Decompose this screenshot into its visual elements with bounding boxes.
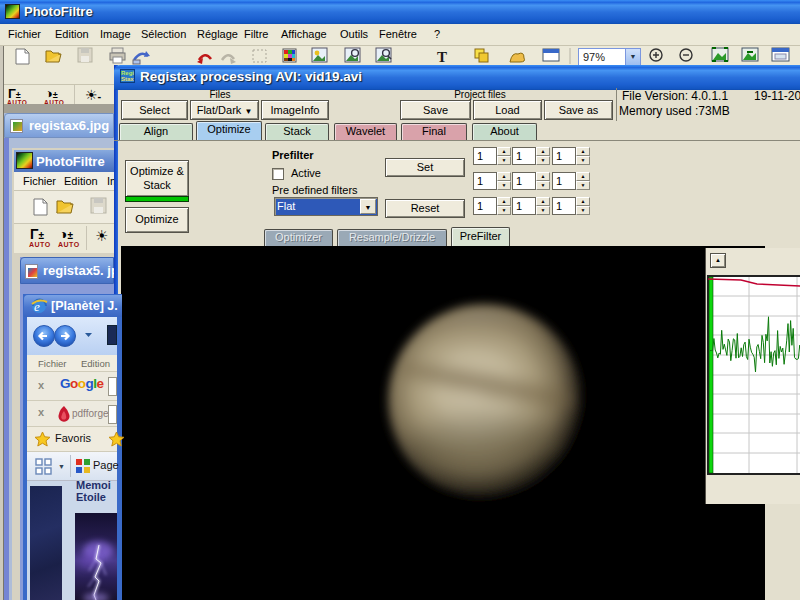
svg-text:T: T: [437, 49, 447, 65]
